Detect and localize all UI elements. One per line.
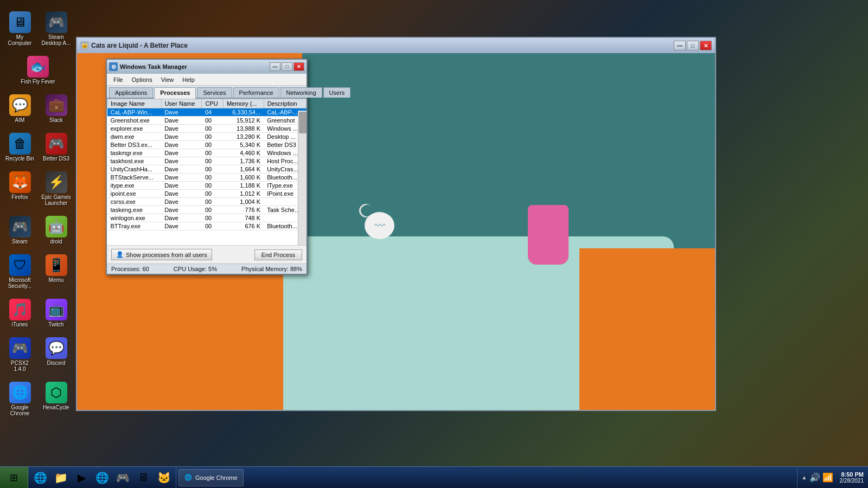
tab-networking[interactable]: Networking — [280, 87, 322, 98]
desktop-icon-better-ds3[interactable]: 🎮 Better DS3 — [39, 131, 73, 164]
col-description[interactable]: Description — [264, 99, 306, 108]
taskbar-ie-icon[interactable]: 🌐 — [30, 468, 50, 487]
system-clock[interactable]: 8:50 PM 2/28/2021 — [835, 471, 864, 484]
tab-services[interactable]: Services — [197, 87, 232, 98]
table-row[interactable]: taskeng.exe Dave 00 776 K Task Sche... — [107, 206, 307, 214]
cell-image-name: csrss.exe — [107, 198, 162, 206]
table-row[interactable]: UnityCrashHa... Dave 00 1,664 K UnityCra… — [107, 165, 307, 174]
table-row[interactable]: csrss.exe Dave 00 1,004 K — [107, 198, 307, 206]
table-row[interactable]: taskmgr.exe Dave 00 4,460 K Windows ... — [107, 149, 307, 157]
tm-minimize-button[interactable]: — — [270, 62, 280, 71]
tm-maximize-button[interactable]: □ — [282, 62, 292, 71]
menu-help[interactable]: Help — [178, 75, 199, 84]
tab-performance[interactable]: Performance — [233, 87, 279, 98]
taskbar-cat-icon[interactable]: 🐱 — [154, 468, 174, 487]
tray-network-icon[interactable]: 📶 — [822, 472, 833, 483]
desktop-icon-pcsx2[interactable]: 🎮 PCSX2 1.4.0 — [3, 335, 37, 374]
desktop-icon-twitch[interactable]: 📺 Twitch — [39, 297, 73, 330]
game-close-button[interactable]: ✕ — [700, 41, 712, 50]
desktop-icon-itunes[interactable]: 🎵 iTunes — [3, 297, 37, 330]
menu-file[interactable]: File — [109, 75, 127, 84]
cell-cpu: 00 — [202, 117, 223, 125]
table-row[interactable]: BTTray.exe Dave 00 676 K Bluetooth... — [107, 222, 307, 230]
task-manager-menubar: File Options View Help — [107, 74, 307, 86]
desktop-icon-epic-games[interactable]: ⚡ Epic Games Launcher — [39, 169, 73, 208]
table-row[interactable]: CaL-ABP-Win... Dave 04 6,330,54... CaL-A… — [107, 108, 307, 117]
col-image-name[interactable]: Image Name — [107, 99, 162, 108]
desktop-icon-slack[interactable]: 💼 Slack — [39, 92, 73, 125]
cell-image-name: winlogon.exe — [107, 214, 162, 222]
tray-speaker-icon[interactable]: 🔊 — [809, 472, 820, 483]
cell-image-name: taskeng.exe — [107, 206, 162, 214]
twitch-icon: 📺 — [46, 299, 67, 320]
notification-arrow[interactable]: ▲ — [802, 474, 807, 480]
ms-security-icon: 🛡 — [9, 254, 31, 276]
task-manager-titlebar: ⚙ Windows Task Manager — □ ✕ — [107, 60, 307, 74]
cell-user-name: Dave — [161, 117, 202, 125]
menu-view[interactable]: View — [157, 75, 178, 84]
cell-user-name: Dave — [161, 157, 202, 165]
desktop-icon-fish-fly-fever[interactable]: 🐟 Fish Fly Fever — [18, 54, 59, 87]
cell-memory: 1,664 K — [223, 165, 264, 174]
game-minimize-button[interactable]: — — [674, 41, 686, 50]
desktop-icon-firefox[interactable]: 🦊 Firefox — [3, 169, 37, 208]
cell-cpu: 00 — [202, 125, 223, 133]
taskbar-folder-icon[interactable]: 📁 — [51, 468, 71, 487]
better-ds3-icon: 🎮 — [46, 133, 67, 155]
slack-label: Slack — [49, 117, 62, 123]
col-cpu[interactable]: CPU — [202, 99, 223, 108]
tm-close-button[interactable]: ✕ — [293, 62, 304, 71]
desktop-icon-recycle-bin[interactable]: 🗑 Recycle Bin — [3, 131, 37, 164]
taskbar-controller-icon[interactable]: 🎮 — [113, 468, 132, 487]
hexacycle-label: HexaCycle — [43, 404, 69, 410]
desktop-icon-ms-security[interactable]: 🛡 Microsoft Security... — [3, 252, 37, 291]
desktop-icon-droid[interactable]: 🤖 droid — [39, 214, 73, 247]
cell-cpu: 00 — [202, 222, 223, 230]
desktop-icon-google-chrome[interactable]: 🌐 Google Chrome — [3, 380, 37, 419]
col-user-name[interactable]: User Name — [161, 99, 202, 108]
table-row[interactable]: ipoint.exe Dave 00 1,012 K IPoint.exe — [107, 190, 307, 198]
table-row[interactable]: dwm.exe Dave 00 13,280 K Desktop ... — [107, 133, 307, 141]
orange-right-panel — [579, 248, 715, 410]
desktop-icon-my-computer[interactable]: 🖥 My Computer — [3, 9, 37, 48]
start-button[interactable]: ⊞ — [0, 467, 28, 489]
table-row[interactable]: itype.exe Dave 00 1,188 K IType.exe — [107, 182, 307, 190]
task-manager-statusbar: Processes: 60 CPU Usage: 5% Physical Mem… — [107, 264, 307, 274]
end-process-button[interactable]: End Process — [254, 249, 302, 260]
taskbar-app-chrome[interactable]: 🌐 Google Chrome — [178, 469, 244, 486]
pcsx2-label: PCSX2 1.4.0 — [5, 360, 35, 372]
tab-users[interactable]: Users — [323, 87, 351, 98]
cell-user-name: Dave — [161, 190, 202, 198]
google-chrome-icon: 🌐 — [9, 382, 31, 403]
taskbar-media-icon[interactable]: ▶ — [72, 468, 91, 487]
cell-user-name: Dave — [161, 182, 202, 190]
show-processes-button[interactable]: 👤 Show processes from all users — [111, 249, 212, 260]
game-window-controls: — □ ✕ — [674, 41, 712, 50]
tab-processes[interactable]: Processes — [154, 87, 196, 99]
desktop-icon-steam-desktop[interactable]: 🎮 Steam Desktop A... — [39, 9, 73, 48]
task-manager-title: Windows Task Manager — [120, 63, 187, 70]
taskbar-monitor-icon[interactable]: 🖥 — [133, 468, 153, 487]
desktop-icon-memu[interactable]: 📱 Memu — [39, 252, 73, 291]
status-processes: Processes: 60 — [111, 266, 149, 272]
desktop-icon-aim[interactable]: 💬 AIM — [3, 92, 37, 125]
quick-launch-bar: 🌐 📁 ▶ 🌐 🎮 🖥 🐱 — [28, 467, 176, 488]
desktop-icon-hexacycle[interactable]: ⬡ HexaCycle — [39, 380, 73, 419]
table-row[interactable]: winlogon.exe Dave 00 748 K — [107, 214, 307, 222]
tab-applications[interactable]: Applications — [109, 87, 153, 98]
process-table-scrollbar[interactable] — [298, 111, 307, 245]
desktop-icon-steam[interactable]: 🎮 Steam — [3, 214, 37, 247]
cell-user-name: Dave — [161, 165, 202, 174]
game-maximize-button[interactable]: □ — [687, 41, 699, 50]
taskbar-chrome-icon[interactable]: 🌐 — [92, 468, 112, 487]
fish-fly-fever-label: Fish Fly Fever — [21, 79, 55, 85]
table-row[interactable]: Better DS3.ex... Dave 00 5,340 K Better … — [107, 141, 307, 149]
table-row[interactable]: BTStackServe... Dave 00 1,600 K Bluetoot… — [107, 174, 307, 182]
menu-options[interactable]: Options — [127, 75, 157, 84]
cell-cpu: 00 — [202, 214, 223, 222]
table-row[interactable]: Greenshot.exe Dave 00 15,912 K Greenshot — [107, 117, 307, 125]
desktop-icon-discord[interactable]: 💬 Discord — [39, 335, 73, 374]
table-row[interactable]: explorer.exe Dave 00 13,988 K Windows ..… — [107, 125, 307, 133]
col-memory[interactable]: Memory (... — [223, 99, 264, 108]
table-row[interactable]: taskhost.exe Dave 00 1,736 K Host Proc..… — [107, 157, 307, 165]
